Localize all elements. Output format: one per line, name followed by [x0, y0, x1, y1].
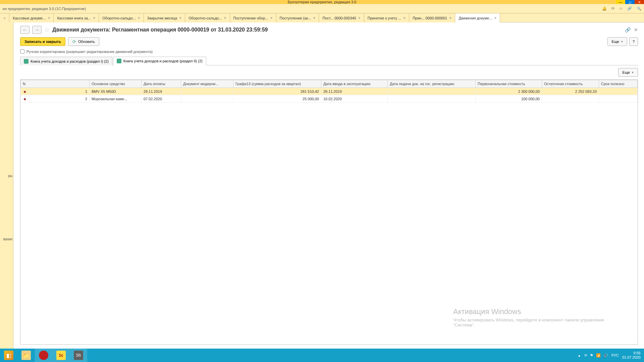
refresh-button[interactable]: ⟳Обновить — [68, 37, 99, 46]
star-icon[interactable]: ☆ — [619, 6, 623, 11]
maximize-button[interactable]: ◻ — [625, 0, 635, 4]
left-sidebar: ры вание — [0, 22, 13, 349]
app-subtitle: ия предприятия, редакция 3.0 (1С:Предпри… — [3, 7, 86, 11]
nav-forward-button[interactable]: → — [32, 26, 42, 34]
window-close-button[interactable]: ✕ — [635, 0, 644, 4]
sidebar-item-2[interactable]: вание — [0, 236, 13, 242]
window-titlebar: Бухгалтерия предприятия, редакция 3.0 — … — [0, 0, 644, 4]
close-icon[interactable]: × — [494, 16, 496, 20]
close-icon[interactable]: × — [358, 16, 361, 20]
tab-balance2[interactable]: Оборотно-сальдо...× — [185, 13, 230, 22]
inner-tab-section2[interactable]: Книга учета доходов и расходов (раздел I… — [113, 57, 206, 65]
opera-icon — [39, 351, 48, 360]
book-icon — [117, 59, 121, 63]
sidebar-item-1[interactable]: ры — [0, 173, 13, 179]
tray-network-icon[interactable]: 📶 — [596, 353, 601, 358]
1c-button[interactable]: 1c — [52, 349, 70, 362]
app-toolbar: ия предприятия, редакция 3.0 (1С:Предпри… — [0, 4, 644, 13]
tab-accept[interactable]: Принятие к учету ...× — [364, 13, 409, 22]
tab-close-first[interactable]: × — [0, 13, 9, 22]
tray-sync-icon[interactable]: ⟳ — [584, 353, 587, 358]
table-row[interactable]: 2 Морозильная каме... 07.02.2020 25 000,… — [21, 95, 638, 103]
write-close-button[interactable]: Записать и закрыть — [20, 37, 65, 46]
tray-clock[interactable]: 9:56 01.07.2020 — [622, 351, 641, 360]
opera-button[interactable] — [35, 349, 52, 362]
tray-language[interactable]: РУС — [611, 353, 619, 357]
close-icon[interactable]: × — [138, 16, 140, 20]
table-row[interactable]: 1 BMV X5 M50D 29.11.2019 281 510,42 28.1… — [21, 88, 638, 95]
document-title: Движения документа: Регламентная операци… — [52, 27, 268, 33]
document-tabs: × Кассовые докуме...× Кассовая книга за.… — [0, 13, 644, 22]
tray-flag-icon[interactable]: ⚑ — [590, 353, 593, 358]
link-icon[interactable]: 🔗 — [625, 27, 631, 33]
favorite-star-icon[interactable]: ☆ — [44, 26, 50, 34]
minimize-button[interactable]: — — [616, 0, 625, 4]
col-header-n[interactable]: N — [21, 80, 90, 88]
refresh-icon: ⟳ — [72, 39, 76, 44]
close-icon[interactable]: × — [224, 16, 226, 20]
close-icon[interactable]: × — [313, 16, 315, 20]
more-button[interactable]: Еще — [607, 37, 627, 46]
tab-receipt-equip[interactable]: Поступление обор...× — [230, 13, 276, 22]
tab-month-close[interactable]: Закрытие месяца× — [144, 13, 185, 22]
start-icon: ◧ — [4, 351, 13, 360]
inner-tab-section1[interactable]: Книга учета доходов и расходов (раздел I… — [20, 57, 112, 65]
bell-icon[interactable]: 🔔 — [602, 6, 607, 11]
clock-icon[interactable]: ⟳ — [611, 6, 614, 11]
tab-prin-1[interactable]: Прин... 0000-000001× — [409, 13, 455, 22]
row-marker-icon — [24, 91, 26, 93]
col-header-commiss[interactable]: Дата ввода в эксплуатацию — [321, 80, 388, 88]
col-header-paydate[interactable]: Дата оплаты — [142, 80, 181, 88]
col-header-docmod[interactable]: Документ модерни... — [181, 80, 233, 88]
start-button[interactable]: ◧ — [0, 349, 17, 362]
close-icon[interactable]: × — [48, 16, 50, 20]
tray-expand-icon[interactable]: ▲ — [578, 354, 581, 357]
link-icon[interactable]: 🔗 — [627, 6, 632, 11]
tab-post-345[interactable]: Пост... 0000-000345× — [319, 13, 364, 22]
book-icon — [24, 59, 29, 64]
col-header-term[interactable]: Срок полезно — [599, 80, 638, 88]
window-title: Бухгалтерия предприятия, редакция 3.0 — [288, 0, 356, 4]
close-icon[interactable]: × — [179, 16, 181, 20]
1c-icon: 1c — [56, 351, 66, 360]
col-header-graph13[interactable]: Графа13 (сумма расходов за квартал) — [233, 80, 321, 88]
tab-balance1[interactable]: Оборотно-сальдо...× — [99, 13, 144, 22]
close-icon[interactable]: × — [449, 16, 451, 20]
col-header-remcost[interactable]: Остаточная стоимость — [542, 80, 599, 88]
manual-edit-checkbox[interactable] — [20, 49, 24, 54]
folder-icon: 📁 — [21, 351, 31, 360]
sh-icon: Sh — [74, 351, 83, 360]
search-icon[interactable]: 🔍 — [637, 6, 641, 11]
manual-edit-label: Ручная корректировка (разрешает редактир… — [26, 50, 153, 54]
tab-movements[interactable]: Движения докуме...× — [455, 13, 500, 22]
row-marker-icon — [24, 98, 26, 100]
col-header-reg[interactable]: Дата подачи док. на гос. регистрацию — [388, 80, 476, 88]
grid-more-button[interactable]: Еще — [618, 68, 638, 77]
close-icon[interactable]: × — [403, 16, 406, 20]
col-header-asset[interactable]: Основное средство — [90, 80, 142, 88]
tray-volume-icon[interactable]: 🔊 — [603, 353, 608, 358]
data-grid[interactable]: N Основное средство Дата оплаты Документ… — [20, 79, 638, 345]
tab-cash-book[interactable]: Кассовая книга за...× — [54, 13, 99, 22]
sh-button[interactable]: Sh — [70, 349, 87, 362]
col-header-initcost[interactable]: Первоначальная стоимость — [476, 80, 542, 88]
help-button[interactable]: ? — [629, 37, 638, 46]
nav-back-button[interactable]: ← — [20, 26, 30, 34]
explorer-button[interactable]: 📁 — [17, 349, 35, 362]
windows-activation-watermark: Активация Windows Чтобы активировать Win… — [453, 307, 621, 327]
tab-cash-docs[interactable]: Кассовые докуме...× — [9, 13, 54, 22]
close-panel-icon[interactable]: ✕ — [634, 27, 638, 33]
close-icon[interactable]: × — [270, 16, 273, 20]
tab-receipt-act[interactable]: Поступление (ак...× — [276, 13, 319, 22]
windows-taskbar[interactable]: ◧ 📁 1c Sh ▲ ⟳ ⚑ 📶 🔊 РУС 9:56 01.07.2020 — [0, 349, 644, 362]
close-icon[interactable]: × — [93, 16, 95, 20]
